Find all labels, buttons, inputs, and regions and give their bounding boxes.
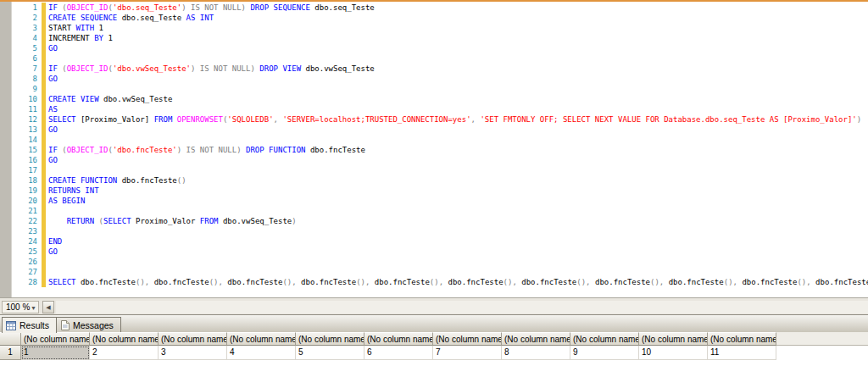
hscroll-left-arrow-button[interactable]: ◀ [42,301,54,313]
change-tracking-bar [42,23,46,33]
tab-results[interactable]: Results [2,317,57,333]
change-tracking-bar [42,277,46,287]
code-text: GO [48,125,58,135]
code-line[interactable]: 17 [0,165,868,175]
line-number: 15 [11,145,37,155]
code-line[interactable]: 15IF (OBJECT_ID('dbo.fncTeste') IS NOT N… [0,145,868,155]
grid-column-header[interactable]: (No column name) [708,332,776,346]
line-number: 17 [11,165,37,175]
code-line[interactable]: 7IF (OBJECT_ID('dbo.vwSeq_Teste') IS NOT… [0,64,868,74]
change-tracking-bar [42,236,46,247]
grid-column-header[interactable]: (No column name) [433,332,502,346]
code-line[interactable]: 12SELECT [Proximo_Valor] FROM OPENROWSET… [0,114,868,125]
grid-column-header[interactable]: (No column name) [227,332,296,346]
grid-cell[interactable]: 3 [159,346,227,360]
grid-cell[interactable]: 9 [570,346,639,360]
change-tracking-bar [42,206,46,216]
change-tracking-bar [42,257,46,267]
code-text: CREATE FUNCTION dbo.fncTeste() [48,175,186,186]
code-text: IF (OBJECT_ID('dbo.vwSeq_Teste') IS NOT … [48,64,375,74]
grid-corner-cell[interactable] [0,332,21,346]
code-line[interactable]: 11AS [0,104,868,114]
change-tracking-bar [42,64,46,74]
grid-cell[interactable]: 6 [364,346,433,360]
code-text: SELECT [Proximo_Valor] FROM OPENROWSET('… [48,114,861,125]
code-line[interactable]: 28SELECT dbo.fncTeste(), dbo.fncTeste(),… [0,277,868,287]
grid-cell[interactable]: 5 [296,346,364,360]
change-tracking-bar [42,53,46,64]
grid-column-header[interactable]: (No column name) [21,332,90,346]
grid-header-row: (No column name)(No column name)(No colu… [0,332,868,346]
line-number: 1 [11,3,37,13]
change-tracking-bar [42,94,46,104]
change-tracking-bar [42,114,46,125]
line-number: 22 [11,216,37,226]
code-text: CREATE SEQUENCE dbo.seq_Teste AS INT [48,13,214,23]
change-tracking-bar [42,104,46,114]
grid-cell[interactable]: 10 [639,346,708,360]
grid-header-filler [776,332,868,346]
ssms-query-window: 1IF (OBJECT_ID('dbo.seq_Teste') IS NOT N… [0,0,868,366]
grid-column-header[interactable]: (No column name) [90,332,159,346]
hscroll-track[interactable] [56,301,868,313]
code-line[interactable]: 9 [0,84,868,94]
code-line[interactable]: 10CREATE VIEW dbo.vwSeq_Teste [0,94,868,104]
line-number: 19 [11,186,37,196]
line-number: 20 [11,196,37,206]
code-text: CREATE VIEW dbo.vwSeq_Teste [48,94,172,104]
code-line[interactable]: 5GO [0,43,868,53]
code-line[interactable]: 3START WITH 1 [0,23,868,33]
code-line[interactable]: 22 RETURN (SELECT Proximo_Valor FROM dbo… [0,216,868,226]
grid-cell[interactable]: 11 [708,346,776,360]
grid-column-header[interactable]: (No column name) [159,332,227,346]
tab-results-label: Results [19,320,49,330]
code-line[interactable]: 16GO [0,155,868,165]
change-tracking-bar [42,247,46,257]
grid-cell[interactable]: 1 [21,346,90,360]
change-tracking-bar [42,33,46,43]
code-line[interactable]: 23 [0,226,868,236]
pane-top-border [0,0,868,2]
code-line[interactable]: 13GO [0,125,868,135]
grid-column-header[interactable]: (No column name) [570,332,639,346]
grid-column-header[interactable]: (No column name) [639,332,708,346]
code-line[interactable]: 2CREATE SEQUENCE dbo.seq_Teste AS INT [0,13,868,23]
grid-row-header[interactable]: 1 [0,346,21,360]
change-tracking-bar [42,267,46,277]
line-number: 2 [11,13,37,23]
code-line[interactable]: 21 [0,206,868,216]
code-line[interactable]: 1IF (OBJECT_ID('dbo.seq_Teste') IS NOT N… [0,3,868,13]
code-text: AS BEGIN [48,196,85,206]
change-tracking-bar [42,145,46,155]
zoom-level-combo[interactable]: 100 % ▼ [2,301,39,313]
grid-column-header[interactable]: (No column name) [296,332,364,346]
code-line[interactable]: 20AS BEGIN [0,196,868,206]
code-line[interactable]: 27 [0,267,868,277]
grid-cell[interactable]: 2 [90,346,159,360]
code-line[interactable]: 18CREATE FUNCTION dbo.fncTeste() [0,175,868,186]
grid-column-header[interactable]: (No column name) [364,332,433,346]
code-line[interactable]: 8GO [0,74,868,84]
code-line[interactable]: 6 [0,53,868,64]
code-text: RETURN (SELECT Proximo_Valor FROM dbo.vw… [48,216,297,226]
code-line[interactable]: 4INCREMENT BY 1 [0,33,868,43]
line-number: 10 [11,94,37,104]
grid-cell[interactable]: 8 [502,346,570,360]
grid-cell[interactable]: 4 [227,346,296,360]
change-tracking-bar [42,196,46,206]
grid-column-header[interactable]: (No column name) [502,332,570,346]
line-number: 13 [11,125,37,135]
code-text: GO [48,74,58,84]
code-line[interactable]: 19RETURNS INT [0,186,868,196]
grid-cell[interactable]: 7 [433,346,502,360]
code-line[interactable]: 14 [0,135,868,145]
sql-editor[interactable]: 1IF (OBJECT_ID('dbo.seq_Teste') IS NOT N… [0,0,868,297]
tab-messages[interactable]: Messages [56,317,121,332]
line-number: 18 [11,175,37,186]
code-line[interactable]: 26 [0,257,868,267]
code-line[interactable]: 24END [0,236,868,247]
code-line[interactable]: 25GO [0,247,868,257]
change-tracking-bar [42,155,46,165]
code-text: IF (OBJECT_ID('dbo.fncTeste') IS NOT NUL… [48,145,365,155]
change-tracking-bar [42,3,46,13]
